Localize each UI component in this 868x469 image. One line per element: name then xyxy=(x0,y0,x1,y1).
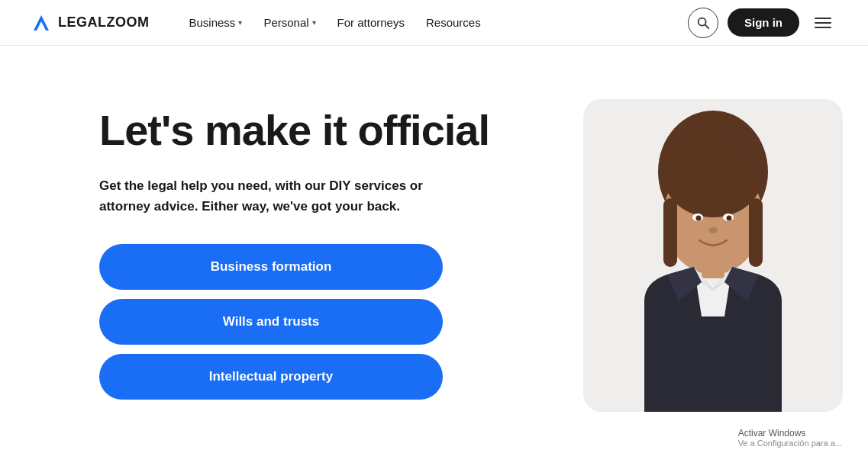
svg-point-13 xyxy=(695,216,701,221)
search-icon xyxy=(696,16,710,30)
activate-subtitle: Ve a Configuración para a... xyxy=(738,438,842,448)
cta-button-group: Business formation Wills and trusts Inte… xyxy=(99,244,443,400)
hero-content: Let's make it official Get the legal hel… xyxy=(99,92,557,469)
menu-line xyxy=(815,18,831,19)
wills-and-trusts-button[interactable]: Wills and trusts xyxy=(99,299,443,345)
chevron-down-icon: ▾ xyxy=(238,18,242,27)
activate-title: Activar Windows xyxy=(738,428,842,438)
chevron-down-icon: ▾ xyxy=(312,18,316,27)
logo-text: LEGALZOOM xyxy=(58,14,150,31)
site-header: LEGALZOOM Business ▾ Personal ▾ For atto… xyxy=(0,0,868,46)
main-content: Let's make it official Get the legal hel… xyxy=(0,46,868,469)
svg-rect-10 xyxy=(749,198,763,267)
legalzoom-logo-icon xyxy=(31,12,52,34)
intellectual-property-button[interactable]: Intellectual property xyxy=(99,354,443,400)
nav-personal[interactable]: Personal ▾ xyxy=(254,10,324,35)
header-actions: Sign in xyxy=(688,8,837,38)
hero-subtitle: Get the legal help you need, with our DI… xyxy=(99,175,450,217)
svg-line-3 xyxy=(705,24,709,28)
attorney-svg xyxy=(583,99,843,412)
svg-point-14 xyxy=(726,216,731,221)
search-button[interactable] xyxy=(688,8,718,38)
svg-point-8 xyxy=(663,133,763,217)
hamburger-menu-button[interactable] xyxy=(808,14,837,31)
svg-rect-9 xyxy=(663,198,677,267)
nav-business[interactable]: Business ▾ xyxy=(180,10,252,35)
menu-line xyxy=(815,27,831,28)
signin-button[interactable]: Sign in xyxy=(728,8,799,37)
main-nav: Business ▾ Personal ▾ For attorneys Reso… xyxy=(180,10,689,35)
windows-activation-overlay: Activar Windows Ve a Configuración para … xyxy=(728,422,853,454)
nav-resources[interactable]: Resources xyxy=(417,10,490,35)
hero-title: Let's make it official xyxy=(99,107,557,154)
attorney-image-card xyxy=(583,99,843,412)
svg-point-15 xyxy=(708,227,718,233)
nav-for-attorneys[interactable]: For attorneys xyxy=(328,10,414,35)
logo-link[interactable]: LEGALZOOM xyxy=(31,12,150,34)
hero-image-area xyxy=(557,92,868,469)
attorney-illustration xyxy=(583,99,843,412)
menu-line xyxy=(815,22,831,24)
business-formation-button[interactable]: Business formation xyxy=(99,244,443,290)
